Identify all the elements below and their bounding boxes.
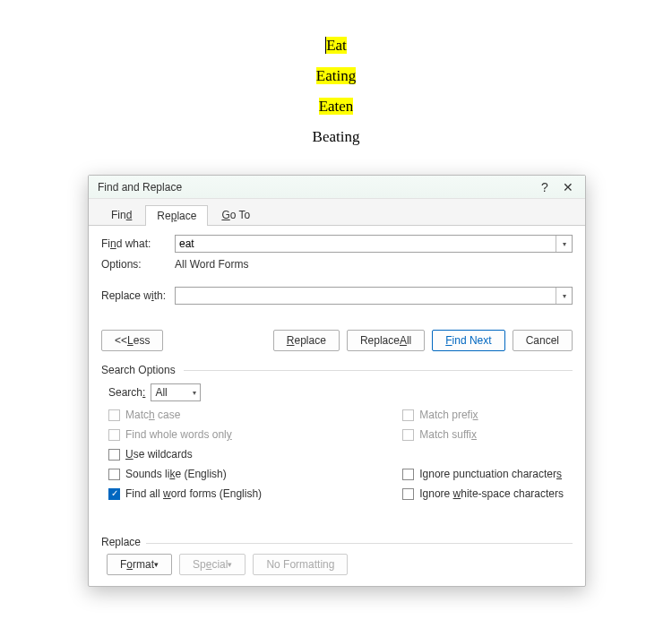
find-what-field[interactable]: ▾ <box>175 235 573 253</box>
find-replace-dialog: Find and Replace ? ✕ Find Replace Go To … <box>88 175 586 587</box>
doc-word-3: Eaten <box>0 98 672 116</box>
check-word-forms[interactable]: Find all word forms (English) <box>108 486 262 502</box>
bottom-toolbar: Replace Format Special No Formatting <box>101 536 573 575</box>
close-button[interactable]: ✕ <box>556 177 580 197</box>
options-label: Options: <box>101 258 175 271</box>
check-whole-words: Find whole words only <box>108 426 262 443</box>
replace-all-button[interactable]: Replace All <box>347 330 425 351</box>
format-button[interactable]: Format <box>107 554 172 575</box>
checkbox-icon <box>108 429 120 441</box>
search-options-title: Search Options <box>101 360 573 376</box>
dialog-tabs: Find Replace Go To <box>89 199 585 226</box>
checkbox-icon <box>402 409 414 421</box>
chevron-down-icon: ▾ <box>193 389 196 397</box>
document-content: Eat Eating Eaten Beating <box>0 0 672 146</box>
check-ignore-punct[interactable]: Ignore punctuation characters <box>402 466 564 482</box>
tab-find[interactable]: Find <box>99 204 143 225</box>
search-direction-value: All <box>155 386 167 399</box>
dialog-title: Find and Replace <box>98 181 533 194</box>
checkbox-checked-icon <box>108 488 120 500</box>
checkbox-icon <box>402 469 414 480</box>
tab-goto[interactable]: Go To <box>210 204 262 225</box>
checkbox-icon <box>108 469 120 480</box>
replace-with-dropdown-icon[interactable]: ▾ <box>556 288 572 304</box>
check-match-case: Match case <box>108 407 262 423</box>
tab-replace[interactable]: Replace <box>145 205 208 226</box>
replace-button[interactable]: Replace <box>273 330 340 351</box>
checkbox-icon <box>108 449 120 461</box>
doc-word-1: Eat <box>0 37 672 55</box>
check-use-wildcards[interactable]: Use wildcards <box>108 446 262 462</box>
replace-with-input[interactable] <box>176 288 556 304</box>
check-sounds-like[interactable]: Sounds like (English) <box>108 466 262 482</box>
search-direction-select[interactable]: All ▾ <box>151 383 201 401</box>
check-match-prefix: Match prefix <box>402 407 564 423</box>
doc-word-4: Beating <box>0 128 672 146</box>
replace-with-label: Replace with: <box>101 289 175 302</box>
check-ignore-whitespace[interactable]: Ignore white-space characters <box>402 486 564 502</box>
replace-with-field[interactable]: ▾ <box>175 287 573 305</box>
checkbox-icon <box>402 488 414 500</box>
checkbox-icon <box>402 429 414 441</box>
check-match-suffix: Match suffix <box>402 426 564 443</box>
special-button[interactable]: Special <box>179 554 246 575</box>
dialog-body: Find what: ▾ Options: All Word Forms Rep… <box>89 226 585 512</box>
doc-word-2: Eating <box>0 67 672 85</box>
less-button[interactable]: << Less <box>101 330 163 351</box>
options-value: All Word Forms <box>175 258 248 271</box>
find-what-label: Find what: <box>101 237 175 250</box>
cancel-button[interactable]: Cancel <box>513 330 573 351</box>
find-what-dropdown-icon[interactable]: ▾ <box>556 236 572 252</box>
checkbox-icon <box>108 409 120 421</box>
bottom-section-title: Replace <box>101 536 573 548</box>
no-formatting-button[interactable]: No Formatting <box>253 554 348 575</box>
find-next-button[interactable]: Find Next <box>432 330 504 351</box>
dialog-titlebar: Find and Replace ? ✕ <box>89 176 585 199</box>
find-what-input[interactable] <box>176 236 556 252</box>
help-button[interactable]: ? <box>533 177 556 197</box>
search-direction-label: Search: <box>108 386 145 399</box>
